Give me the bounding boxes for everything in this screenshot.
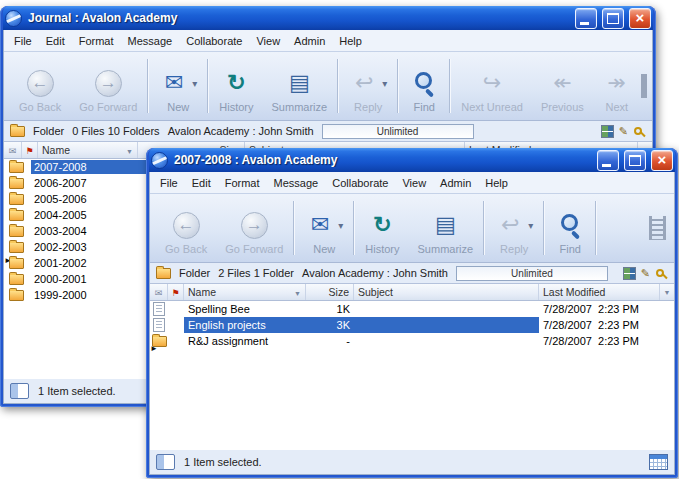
- item-size: -: [306, 333, 354, 349]
- dropdown-arrow-icon[interactable]: [528, 220, 533, 231]
- toolbar-button[interactable]: Summarize: [409, 196, 483, 260]
- column-name-label: Name: [188, 286, 216, 298]
- item-flag-cell: [168, 317, 184, 333]
- menu-item[interactable]: Help: [332, 33, 369, 49]
- column-name[interactable]: Name: [38, 142, 138, 158]
- file-row[interactable]: Spelling Bee 1K 7/28/2007 2:23 PM: [150, 301, 674, 317]
- column-size[interactable]: Size: [306, 284, 354, 300]
- dropdown-arrow-icon[interactable]: [338, 220, 343, 231]
- toolbar-button[interactable]: History: [356, 196, 408, 260]
- toolbar-icon: [159, 68, 189, 98]
- menu-item[interactable]: Format: [218, 175, 267, 191]
- column-envelope[interactable]: [150, 284, 168, 300]
- close-button[interactable]: [651, 150, 673, 171]
- titlebar[interactable]: 2007-2008 : Avalon Academy: [149, 148, 675, 172]
- maximize-button[interactable]: [602, 8, 624, 29]
- menu-item[interactable]: Edit: [39, 33, 72, 49]
- column-flag[interactable]: [22, 142, 38, 158]
- infobar-icons: [601, 125, 646, 138]
- toolbar-button[interactable]: Previous: [532, 54, 593, 118]
- close-button[interactable]: [629, 8, 651, 29]
- column-options-icon[interactable]: [660, 284, 674, 300]
- folder-icon: [156, 268, 171, 279]
- file-list: Spelling Bee 1K 7/28/2007 2:23 PM Englis…: [150, 301, 674, 449]
- connection-icon: [649, 216, 666, 240]
- column-name[interactable]: Name: [184, 284, 306, 300]
- toolbar-button[interactable]: Next Unread: [452, 54, 532, 118]
- titlebar[interactable]: Journal : Avalon Academy: [3, 6, 653, 30]
- item-last-modified: 7/28/2007 2:23 PM: [539, 317, 674, 333]
- toolbar-label: Previous: [541, 101, 584, 113]
- envelope-icon: [9, 144, 17, 156]
- toolbar-button[interactable]: Reply: [486, 196, 542, 260]
- dropdown-arrow-icon[interactable]: [192, 78, 197, 89]
- column-flag[interactable]: [168, 284, 184, 300]
- folder-icon: [9, 178, 24, 189]
- toolbar-button[interactable]: Go Forward: [70, 54, 146, 118]
- pane-toggle-icon[interactable]: [156, 454, 175, 470]
- item-last-modified: 7/28/2007 2:23 PM: [539, 333, 674, 349]
- file-row[interactable]: English projects 3K 7/28/2007 2:23 PM: [150, 317, 674, 333]
- envelope-icon: [155, 286, 163, 298]
- infobar-counts: 0 Files 10 Folders: [72, 125, 159, 137]
- menu-item[interactable]: View: [249, 33, 287, 49]
- key-icon[interactable]: [633, 125, 646, 138]
- toolbar-label: Go Forward: [79, 101, 137, 113]
- dropdown-arrow-icon[interactable]: [382, 78, 387, 89]
- toolbar-label: Summarize: [272, 101, 328, 113]
- menu-item[interactable]: File: [153, 175, 185, 191]
- item-icon: [153, 302, 165, 316]
- toolbar-label: Go Back: [165, 243, 207, 255]
- toolbar-button[interactable]: History: [210, 54, 262, 118]
- minimize-button[interactable]: [597, 150, 619, 171]
- menu-item[interactable]: Message: [121, 33, 180, 49]
- key-icon[interactable]: [655, 267, 668, 280]
- toolbar: Go Back Go Forward: [150, 194, 674, 263]
- menu-item[interactable]: Help: [478, 175, 515, 191]
- pane-toggle-icon[interactable]: [10, 383, 29, 399]
- file-row[interactable]: R&J assignment - 7/28/2007 2:23 PM: [150, 333, 674, 349]
- toolbar-button[interactable]: Go Back: [156, 196, 216, 260]
- status-bar: 1 Item selected.: [150, 449, 674, 474]
- view-grid-icon[interactable]: [601, 125, 614, 138]
- menu-item[interactable]: View: [395, 175, 433, 191]
- minimize-button[interactable]: [575, 8, 597, 29]
- menu-item[interactable]: Message: [267, 175, 326, 191]
- menu-item[interactable]: Edit: [185, 175, 218, 191]
- column-name-label: Name: [42, 144, 70, 156]
- column-envelope[interactable]: [4, 142, 22, 158]
- toolbar-button[interactable]: New: [296, 196, 352, 260]
- maximize-button[interactable]: [624, 150, 646, 171]
- view-grid-icon[interactable]: [623, 267, 636, 280]
- toolbar-icon: [477, 68, 507, 98]
- toolbar-button[interactable]: Next: [593, 54, 641, 118]
- item-icon: [153, 318, 165, 332]
- calendar-icon[interactable]: [649, 454, 668, 470]
- menu-item[interactable]: File: [7, 33, 39, 49]
- infobar-account: Avalon Academy : John Smith: [302, 267, 448, 279]
- folder-icon: [9, 226, 24, 237]
- toolbar-button[interactable]: Go Forward: [216, 196, 292, 260]
- folder-icon: [9, 162, 24, 173]
- toolbar-button[interactable]: Go Back: [10, 54, 70, 118]
- column-last-modified[interactable]: Last Modified: [539, 284, 660, 300]
- column-subject[interactable]: Subject: [354, 284, 539, 300]
- menu-item[interactable]: Admin: [287, 33, 332, 49]
- toolbar-button[interactable]: Reply: [340, 54, 396, 118]
- menu-item[interactable]: Format: [72, 33, 121, 49]
- menu-item[interactable]: Collaborate: [325, 175, 395, 191]
- toolbar-button[interactable]: Find: [400, 54, 448, 118]
- menu-item[interactable]: Collaborate: [179, 33, 249, 49]
- toolbar-button[interactable]: Summarize: [263, 54, 337, 118]
- toolbar-icon: [409, 68, 439, 98]
- toolbar-icon: [555, 210, 585, 240]
- menu-item[interactable]: Admin: [433, 175, 478, 191]
- pencil-icon[interactable]: [619, 126, 628, 137]
- pencil-icon[interactable]: [641, 268, 650, 279]
- toolbar-icon: [349, 68, 379, 98]
- status-text: 1 Item selected.: [184, 456, 262, 468]
- folder-icon: [9, 258, 24, 269]
- toolbar-button[interactable]: Find: [546, 196, 594, 260]
- toolbar-button[interactable]: New: [150, 54, 206, 118]
- folder-icon: [9, 290, 24, 301]
